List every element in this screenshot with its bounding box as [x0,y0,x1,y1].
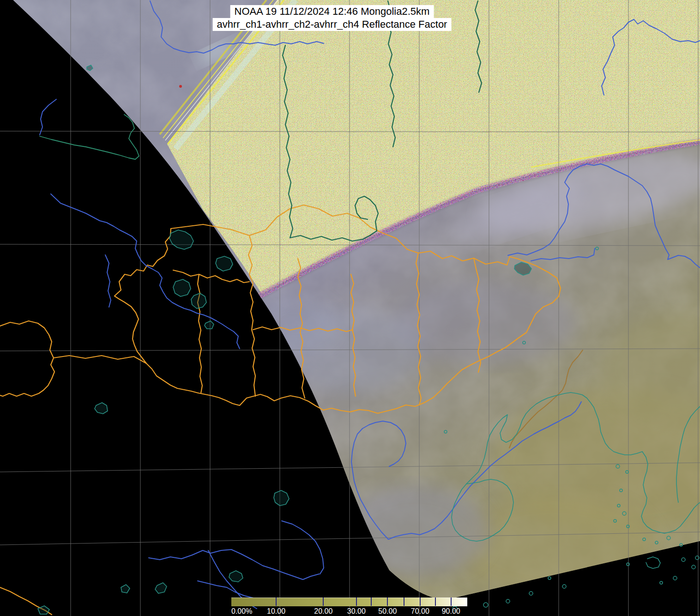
colorbar-tick [387,598,388,606]
lake-outline [173,279,191,296]
colorbar-tick [276,598,277,606]
colorbar-tick [420,598,421,606]
colorbar-label: 70.00 [411,607,429,616]
colorbar: 0.00%10.0020.0030.0050.0070.0090.00 [231,598,467,606]
colorbar-tick [323,598,324,606]
colorbar-tick [371,598,372,606]
colorbar-label: 90.00 [442,607,460,616]
colorbar-label: 50.00 [378,607,397,616]
artifact-dot [179,85,182,88]
colorbar-tick [356,598,357,606]
colorbar-tick [404,598,404,606]
title-line-1: NOAA 19 11/12/2024 12:46 Mongolia2.5km [230,5,434,18]
colorbar-label: 30.00 [347,607,366,616]
colorbar-label: 20.00 [314,607,332,616]
colorbar-label: 0.00% [231,607,252,616]
title-line-2: avhrr_ch1-avhrr_ch2-avhrr_ch4 Reflectanc… [213,18,452,31]
colorbar-label: 10.00 [267,607,285,616]
colorbar-tick [451,598,452,606]
satellite-image-viewport: { "title": { "line1": "NOAA 19 11/12/202… [0,0,700,616]
satellite-map [0,0,700,616]
colorbar-tick [435,598,436,606]
colorbar-gradient [231,598,467,606]
